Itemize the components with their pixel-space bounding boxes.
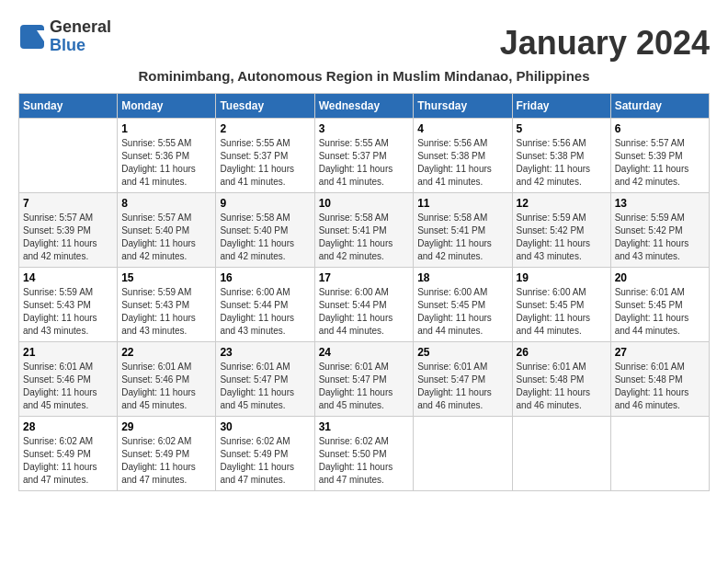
day-info: Sunrise: 6:01 AM Sunset: 5:46 PM Dayligh… [121, 361, 211, 412]
day-number: 12 [517, 197, 607, 210]
calendar-cell: 21 Sunrise: 6:01 AM Sunset: 5:46 PM Dayl… [19, 341, 118, 416]
day-number: 7 [23, 197, 113, 210]
calendar-cell: 22 Sunrise: 6:01 AM Sunset: 5:46 PM Dayl… [118, 341, 216, 416]
day-info: Sunrise: 5:58 AM Sunset: 5:40 PM Dayligh… [220, 212, 310, 263]
calendar-cell: 17 Sunrise: 6:00 AM Sunset: 5:44 PM Dayl… [314, 267, 414, 341]
calendar-cell [610, 416, 709, 490]
day-info: Sunrise: 6:02 AM Sunset: 5:50 PM Dayligh… [319, 435, 410, 487]
day-info: Sunrise: 6:02 AM Sunset: 5:49 PM Dayligh… [23, 435, 113, 487]
day-number: 3 [319, 122, 410, 135]
calendar-cell: 13 Sunrise: 5:59 AM Sunset: 5:42 PM Dayl… [610, 192, 709, 267]
logo-text: GeneralBlue [50, 18, 111, 55]
calendar-cell [512, 416, 610, 490]
logo-icon [18, 23, 46, 51]
month-title: January 2024 [500, 24, 710, 63]
calendar-table: SundayMondayTuesdayWednesdayThursdayFrid… [18, 93, 710, 491]
day-number: 1 [121, 122, 211, 135]
day-info: Sunrise: 5:56 AM Sunset: 5:38 PM Dayligh… [517, 137, 607, 189]
calendar-cell: 5 Sunrise: 5:56 AM Sunset: 5:38 PM Dayli… [512, 118, 610, 192]
calendar-cell: 7 Sunrise: 5:57 AM Sunset: 5:39 PM Dayli… [19, 192, 118, 267]
day-number: 11 [417, 197, 507, 210]
calendar-cell: 15 Sunrise: 5:59 AM Sunset: 5:43 PM Dayl… [118, 267, 216, 341]
day-number: 4 [417, 122, 507, 135]
calendar-week-3: 14 Sunrise: 5:59 AM Sunset: 5:43 PM Dayl… [19, 267, 710, 341]
calendar-cell: 18 Sunrise: 6:00 AM Sunset: 5:45 PM Dayl… [414, 267, 512, 341]
day-number: 25 [417, 346, 507, 359]
header-wednesday: Wednesday [314, 93, 414, 118]
day-info: Sunrise: 6:01 AM Sunset: 5:45 PM Dayligh… [615, 286, 705, 338]
day-info: Sunrise: 5:59 AM Sunset: 5:42 PM Dayligh… [615, 212, 705, 263]
calendar-cell [414, 416, 512, 490]
calendar-cell: 1 Sunrise: 5:55 AM Sunset: 5:36 PM Dayli… [118, 118, 216, 192]
calendar-cell: 6 Sunrise: 5:57 AM Sunset: 5:39 PM Dayli… [610, 118, 709, 192]
calendar-cell: 27 Sunrise: 6:01 AM Sunset: 5:48 PM Dayl… [610, 341, 709, 416]
calendar-week-5: 28 Sunrise: 6:02 AM Sunset: 5:49 PM Dayl… [19, 416, 710, 490]
calendar-header: SundayMondayTuesdayWednesdayThursdayFrid… [19, 93, 710, 118]
day-info: Sunrise: 5:59 AM Sunset: 5:43 PM Dayligh… [23, 286, 113, 338]
day-info: Sunrise: 6:01 AM Sunset: 5:47 PM Dayligh… [319, 361, 410, 412]
day-number: 19 [517, 271, 607, 284]
day-number: 13 [615, 197, 705, 210]
day-number: 27 [615, 346, 705, 359]
calendar-cell: 26 Sunrise: 6:01 AM Sunset: 5:48 PM Dayl… [512, 341, 610, 416]
header-tuesday: Tuesday [216, 93, 314, 118]
day-info: Sunrise: 5:57 AM Sunset: 5:40 PM Dayligh… [121, 212, 211, 263]
calendar-cell: 29 Sunrise: 6:02 AM Sunset: 5:49 PM Dayl… [118, 416, 216, 490]
day-number: 31 [319, 420, 410, 433]
day-info: Sunrise: 5:56 AM Sunset: 5:38 PM Dayligh… [417, 137, 507, 189]
day-info: Sunrise: 6:01 AM Sunset: 5:48 PM Dayligh… [615, 361, 705, 412]
day-number: 24 [319, 346, 410, 359]
calendar-cell: 12 Sunrise: 5:59 AM Sunset: 5:42 PM Dayl… [512, 192, 610, 267]
day-number: 8 [121, 197, 211, 210]
logo: GeneralBlue [18, 18, 111, 55]
calendar-cell: 9 Sunrise: 5:58 AM Sunset: 5:40 PM Dayli… [216, 192, 314, 267]
calendar-cell: 4 Sunrise: 5:56 AM Sunset: 5:38 PM Dayli… [414, 118, 512, 192]
calendar-cell: 28 Sunrise: 6:02 AM Sunset: 5:49 PM Dayl… [19, 416, 118, 490]
header-friday: Friday [512, 93, 610, 118]
day-info: Sunrise: 6:01 AM Sunset: 5:47 PM Dayligh… [220, 361, 310, 412]
day-info: Sunrise: 5:57 AM Sunset: 5:39 PM Dayligh… [615, 137, 705, 189]
calendar-cell: 25 Sunrise: 6:01 AM Sunset: 5:47 PM Dayl… [414, 341, 512, 416]
calendar-cell: 10 Sunrise: 5:58 AM Sunset: 5:41 PM Dayl… [314, 192, 414, 267]
day-info: Sunrise: 6:00 AM Sunset: 5:45 PM Dayligh… [417, 286, 507, 338]
header-thursday: Thursday [414, 93, 512, 118]
calendar-cell: 23 Sunrise: 6:01 AM Sunset: 5:47 PM Dayl… [216, 341, 314, 416]
day-info: Sunrise: 6:01 AM Sunset: 5:48 PM Dayligh… [517, 361, 607, 412]
calendar-cell: 11 Sunrise: 5:58 AM Sunset: 5:41 PM Dayl… [414, 192, 512, 267]
day-info: Sunrise: 5:58 AM Sunset: 5:41 PM Dayligh… [319, 212, 410, 263]
day-number: 30 [220, 420, 310, 433]
calendar-week-4: 21 Sunrise: 6:01 AM Sunset: 5:46 PM Dayl… [19, 341, 710, 416]
calendar-cell: 24 Sunrise: 6:01 AM Sunset: 5:47 PM Dayl… [314, 341, 414, 416]
header-monday: Monday [118, 93, 216, 118]
day-info: Sunrise: 5:55 AM Sunset: 5:36 PM Dayligh… [121, 137, 211, 189]
day-info: Sunrise: 6:01 AM Sunset: 5:47 PM Dayligh… [417, 361, 507, 412]
subtitle: Rominimbang, Autonomous Region in Muslim… [18, 68, 710, 84]
day-number: 6 [615, 122, 705, 135]
header-saturday: Saturday [610, 93, 709, 118]
day-number: 17 [319, 271, 410, 284]
day-info: Sunrise: 5:55 AM Sunset: 5:37 PM Dayligh… [319, 137, 410, 189]
day-info: Sunrise: 6:00 AM Sunset: 5:44 PM Dayligh… [220, 286, 310, 338]
day-number: 2 [220, 122, 310, 135]
calendar-cell: 2 Sunrise: 5:55 AM Sunset: 5:37 PM Dayli… [216, 118, 314, 192]
day-info: Sunrise: 5:59 AM Sunset: 5:43 PM Dayligh… [121, 286, 211, 338]
day-number: 14 [23, 271, 113, 284]
calendar-cell: 19 Sunrise: 6:00 AM Sunset: 5:45 PM Dayl… [512, 267, 610, 341]
calendar-cell: 16 Sunrise: 6:00 AM Sunset: 5:44 PM Dayl… [216, 267, 314, 341]
calendar-cell: 20 Sunrise: 6:01 AM Sunset: 5:45 PM Dayl… [610, 267, 709, 341]
calendar-cell: 3 Sunrise: 5:55 AM Sunset: 5:37 PM Dayli… [314, 118, 414, 192]
day-number: 28 [23, 420, 113, 433]
day-number: 16 [220, 271, 310, 284]
day-info: Sunrise: 5:59 AM Sunset: 5:42 PM Dayligh… [517, 212, 607, 263]
calendar-cell: 31 Sunrise: 6:02 AM Sunset: 5:50 PM Dayl… [314, 416, 414, 490]
calendar-cell: 14 Sunrise: 5:59 AM Sunset: 5:43 PM Dayl… [19, 267, 118, 341]
day-info: Sunrise: 6:02 AM Sunset: 5:49 PM Dayligh… [220, 435, 310, 487]
day-number: 18 [417, 271, 507, 284]
day-number: 9 [220, 197, 310, 210]
day-number: 20 [615, 271, 705, 284]
calendar-cell [19, 118, 118, 192]
day-info: Sunrise: 5:57 AM Sunset: 5:39 PM Dayligh… [23, 212, 113, 263]
svg-rect-0 [20, 25, 44, 49]
day-info: Sunrise: 6:01 AM Sunset: 5:46 PM Dayligh… [23, 361, 113, 412]
calendar-cell: 30 Sunrise: 6:02 AM Sunset: 5:49 PM Dayl… [216, 416, 314, 490]
